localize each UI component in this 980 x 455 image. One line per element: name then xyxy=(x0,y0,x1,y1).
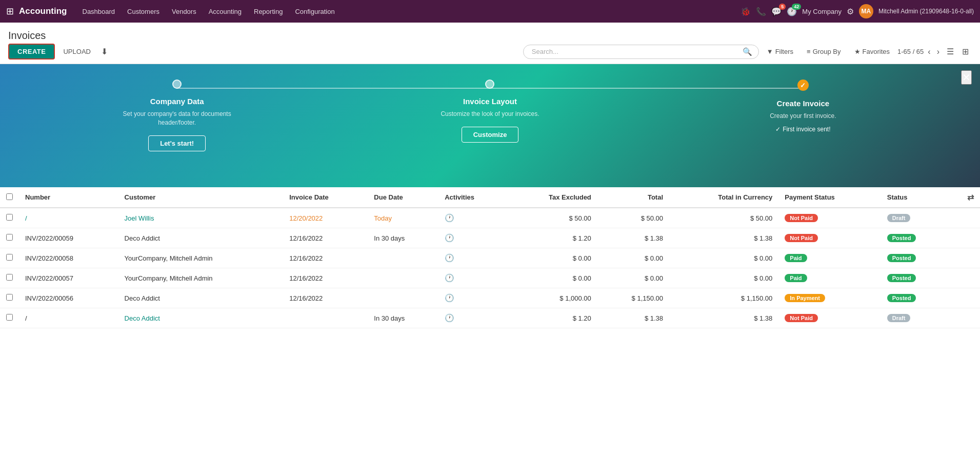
user-name[interactable]: Mitchell Admin (21909648-16-0-all) xyxy=(878,8,974,15)
cell-total-currency: $ 0.00 xyxy=(669,268,778,288)
nav-dashboard[interactable]: Dashboard xyxy=(77,5,121,18)
nav-accounting[interactable]: Accounting xyxy=(204,5,247,18)
cell-number[interactable]: / xyxy=(19,308,118,328)
status-badge: Posted xyxy=(887,274,916,282)
col-number[interactable]: Number xyxy=(19,187,118,208)
cell-activities[interactable]: 🕐 xyxy=(438,208,507,228)
list-view-button[interactable]: ☰ xyxy=(944,45,957,58)
bug-icon[interactable]: 🐞 xyxy=(741,7,751,16)
col-invoice-date[interactable]: Invoice Date xyxy=(283,187,368,208)
cell-total: $ 1.38 xyxy=(597,228,669,248)
cell-activities[interactable]: 🕐 xyxy=(438,268,507,288)
cell-customer[interactable]: Deco Addict xyxy=(118,308,284,328)
row-checkbox-cell[interactable] xyxy=(0,228,19,248)
status-badge: Posted xyxy=(887,254,916,262)
col-payment-status[interactable]: Payment Status xyxy=(778,187,881,208)
cell-number[interactable]: INV/2022/00059 xyxy=(19,228,118,248)
row-checkbox[interactable] xyxy=(6,274,13,281)
col-tax-excluded[interactable]: Tax Excluded xyxy=(507,187,597,208)
nav-customers[interactable]: Customers xyxy=(122,5,165,18)
invoice-number-link[interactable]: / xyxy=(25,214,27,222)
kanban-view-button[interactable]: ⊞ xyxy=(959,45,972,58)
banner-close-button[interactable]: ✕ xyxy=(961,70,972,85)
cell-customer[interactable]: Deco Addict xyxy=(118,228,284,248)
col-total[interactable]: Total xyxy=(597,187,669,208)
invoice-number: INV/2022/00057 xyxy=(25,274,73,282)
invoice-date: 12/20/2022 xyxy=(289,214,323,222)
row-checkbox-cell[interactable] xyxy=(0,308,19,328)
activity-clock-icon[interactable]: 🕐 xyxy=(445,253,454,262)
download-button[interactable]: ⬇ xyxy=(99,44,110,60)
due-date: Today xyxy=(374,214,392,222)
col-due-date[interactable]: Due Date xyxy=(368,187,438,208)
row-checkbox-cell[interactable] xyxy=(0,268,19,288)
payment-status-badge: Not Paid xyxy=(785,214,818,222)
cell-customer[interactable]: Deco Addict xyxy=(118,288,284,308)
select-all-checkbox[interactable] xyxy=(6,193,13,200)
invoice-date: 12/16/2022 xyxy=(289,234,323,242)
activity-clock-icon[interactable]: 🕐 xyxy=(445,233,454,242)
nav-configuration[interactable]: Configuration xyxy=(290,5,339,18)
cell-tax-excluded: $ 0.00 xyxy=(507,248,597,268)
search-input[interactable] xyxy=(532,48,743,55)
row-checkbox[interactable] xyxy=(6,294,13,301)
cell-total: $ 50.00 xyxy=(597,208,669,228)
filters-button[interactable]: ▼ Filters xyxy=(761,45,799,58)
cell-number[interactable]: INV/2022/00058 xyxy=(19,248,118,268)
upload-button[interactable]: UPLOAD xyxy=(59,45,94,58)
row-checkbox-cell[interactable] xyxy=(0,288,19,308)
row-checkbox-cell[interactable] xyxy=(0,248,19,268)
activity-clock-icon[interactable]: 🕐 xyxy=(445,313,454,322)
cell-number[interactable]: INV/2022/00057 xyxy=(19,268,118,288)
step2-desc: Customize the look of your invoices. xyxy=(441,110,539,118)
customer-link[interactable]: Joel Willis xyxy=(125,214,154,222)
row-checkbox[interactable] xyxy=(6,314,13,321)
table-row: INV/2022/00059 Deco Addict 12/16/2022 In… xyxy=(0,228,980,248)
next-page-button[interactable]: › xyxy=(935,46,942,57)
cell-customer[interactable]: YourCompany, Mitchell Admin xyxy=(118,248,284,268)
chat-icon[interactable]: 💬5 xyxy=(771,7,782,16)
company-selector[interactable]: My Company xyxy=(802,8,842,15)
cell-activities[interactable]: 🕐 xyxy=(438,228,507,248)
nav-vendors[interactable]: Vendors xyxy=(167,5,202,18)
prev-page-button[interactable]: ‹ xyxy=(926,46,932,57)
cell-activities[interactable]: 🕐 xyxy=(438,308,507,328)
customer-name: YourCompany, Mitchell Admin xyxy=(125,274,213,282)
step1-button[interactable]: Let's start! xyxy=(148,135,206,151)
col-total-currency[interactable]: Total in Currency xyxy=(669,187,778,208)
clock-icon[interactable]: 🕐42 xyxy=(787,7,797,16)
nav-reporting[interactable]: Reporting xyxy=(249,5,288,18)
favorites-button[interactable]: ★ Favorites xyxy=(849,45,895,58)
row-checkbox[interactable] xyxy=(6,234,13,241)
cell-customer[interactable]: Joel Willis xyxy=(118,208,284,228)
row-checkbox[interactable] xyxy=(6,254,13,261)
row-checkbox-cell[interactable] xyxy=(0,208,19,228)
cell-number[interactable]: / xyxy=(19,208,118,228)
step2-button[interactable]: Customize xyxy=(462,127,519,143)
customer-link[interactable]: Deco Addict xyxy=(125,314,160,322)
avatar[interactable]: MA xyxy=(859,4,873,18)
cell-activities[interactable]: 🕐 xyxy=(438,248,507,268)
phone-icon[interactable]: 📞 xyxy=(756,7,766,16)
activity-clock-icon[interactable]: 🕐 xyxy=(445,273,454,282)
groupby-button[interactable]: ≡ Group By xyxy=(801,45,847,58)
col-settings[interactable]: ⇄ xyxy=(949,187,980,208)
cell-total-currency: $ 50.00 xyxy=(669,208,778,228)
select-all-header[interactable] xyxy=(0,187,19,208)
col-customer[interactable]: Customer xyxy=(118,187,284,208)
customer-name: Deco Addict xyxy=(125,294,160,302)
col-activities[interactable]: Activities xyxy=(438,187,507,208)
create-button[interactable]: CREATE xyxy=(8,44,55,60)
cell-activities[interactable]: 🕐 xyxy=(438,288,507,308)
cell-customer[interactable]: YourCompany, Mitchell Admin xyxy=(118,268,284,288)
settings-icon[interactable]: ⚙ xyxy=(847,7,854,16)
activity-clock-icon[interactable]: 🕐 xyxy=(445,213,454,222)
activity-clock-icon[interactable]: 🕐 xyxy=(445,293,454,302)
cell-due-date xyxy=(368,288,438,308)
cell-tax-excluded: $ 1.20 xyxy=(507,228,597,248)
app-name[interactable]: Accounting xyxy=(19,6,67,16)
col-status[interactable]: Status xyxy=(881,187,949,208)
cell-number[interactable]: INV/2022/00056 xyxy=(19,288,118,308)
row-checkbox[interactable] xyxy=(6,214,13,221)
app-grid-icon[interactable]: ⊞ xyxy=(6,6,14,17)
